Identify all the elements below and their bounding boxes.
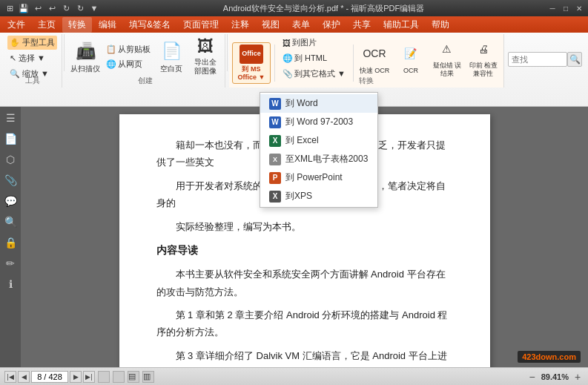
other-icon: 📎 bbox=[283, 69, 293, 79]
menu-convert[interactable]: 转换 bbox=[62, 17, 92, 33]
sep1 bbox=[64, 34, 65, 71]
print-compat-btn[interactable]: 🖨 印前 检查 兼容性 bbox=[466, 38, 501, 79]
sidebar-pen-icon[interactable]: ✏ bbox=[2, 255, 19, 272]
ocr-icon: 📝 bbox=[399, 42, 423, 65]
status-left: |◀ ◀ ▶ ▶| ▤ ▥ bbox=[4, 371, 154, 383]
menu-pages[interactable]: 页面管理 bbox=[177, 17, 225, 33]
more-btn[interactable]: ▼ bbox=[87, 1, 101, 15]
to-other-btn[interactable]: 📎 到其它格式 ▼ bbox=[279, 67, 349, 81]
excel-icon: X bbox=[269, 135, 281, 147]
sep2 bbox=[227, 34, 228, 71]
to-xml-item[interactable]: X 至XML电子表格2003 bbox=[260, 150, 377, 168]
sidebar-info-icon[interactable]: ℹ bbox=[2, 276, 19, 292]
hand-tool-btn[interactable]: ✋ 手型工具 bbox=[7, 36, 57, 50]
to-xml-label: 至XML电子表格2003 bbox=[285, 153, 368, 165]
ms-office-btn[interactable]: Office 到 MSOffice ▼ bbox=[232, 42, 271, 84]
ocr-doubt-btn[interactable]: ⚠ 疑似错 误结果 bbox=[430, 38, 464, 79]
to-picture-btn[interactable]: 🖼 到图片 bbox=[279, 36, 320, 50]
web-icon: 🌐 bbox=[106, 59, 116, 69]
xps-icon: X bbox=[269, 191, 281, 203]
menu-view[interactable]: 视图 bbox=[256, 17, 285, 33]
page-input[interactable] bbox=[31, 371, 68, 383]
doc-para-5: 第 1 章和第 2 章主要介绍 Android 分析环境的搭建与 Android… bbox=[156, 306, 453, 341]
zoom-out-btn[interactable]: − bbox=[526, 371, 538, 383]
redo-btn[interactable]: ↻ bbox=[59, 1, 73, 15]
sidebar-comment-icon[interactable]: 💬 bbox=[2, 193, 19, 209]
menu-protect[interactable]: 保护 bbox=[317, 17, 346, 33]
ocr-btn[interactable]: 📝 OCR bbox=[394, 38, 428, 79]
to-word97-item[interactable]: W 到 Word 97-2003 bbox=[260, 113, 377, 131]
minimize-btn[interactable]: ─ bbox=[546, 2, 558, 14]
menu-sign[interactable]: 填写&签名 bbox=[123, 17, 176, 33]
word97-icon: W bbox=[269, 116, 281, 128]
menu-edit[interactable]: 编辑 bbox=[93, 17, 122, 33]
zoom-in-btn[interactable]: + bbox=[572, 371, 584, 383]
title-bar: ⊞ 💾 ↩ ↩ ↻ ↻ ▼ Android软件安全与逆向分析.pdf * - 福… bbox=[0, 0, 588, 16]
fit-page-btn[interactable] bbox=[113, 371, 125, 383]
to-html-btn[interactable]: 🌐 到 HTML bbox=[279, 51, 331, 65]
to-excel-item[interactable]: X 到 Excel bbox=[260, 131, 377, 150]
to-ppt-label: 到 PowerPoint bbox=[285, 171, 343, 184]
to-word-item[interactable]: W 到 Word bbox=[260, 94, 377, 113]
single-page-btn[interactable]: ▤ bbox=[128, 371, 139, 383]
to-ppt-item[interactable]: P 到 PowerPoint bbox=[260, 168, 377, 187]
left-sidebar: ☰ 📄 ⬡ 📎 💬 🔍 🔒 ✏ ℹ bbox=[0, 107, 21, 367]
first-page-btn[interactable]: |◀ bbox=[4, 371, 16, 383]
sidebar-search-icon[interactable]: 🔍 bbox=[2, 214, 19, 230]
blank-page-btn[interactable]: 📄 空白页 bbox=[155, 36, 188, 77]
select-label: 选择 ▼ bbox=[19, 53, 45, 64]
two-page-btn[interactable]: ▥ bbox=[142, 371, 154, 383]
from-web-btn[interactable]: 🌐 从网页 bbox=[103, 57, 153, 71]
to-html-row: 🌐 到 HTML bbox=[279, 51, 349, 65]
ms-office-dropdown: W 到 Word W 到 Word 97-2003 X 到 Excel X 至X… bbox=[260, 92, 378, 208]
menu-file[interactable]: 文件 bbox=[1, 17, 31, 33]
status-bar: |◀ ◀ ▶ ▶| ▤ ▥ − 89.41% + bbox=[0, 367, 588, 385]
export-label: 导出全部图像 bbox=[194, 58, 217, 76]
status-right: − 89.41% + bbox=[526, 371, 584, 383]
picture-icon: 🖼 bbox=[283, 39, 291, 47]
menu-home[interactable]: 主页 bbox=[32, 17, 62, 33]
select-tool-btn[interactable]: ↖ 选择 ▼ bbox=[7, 51, 57, 65]
html-icon: 🌐 bbox=[283, 53, 293, 63]
last-page-btn[interactable]: ▶| bbox=[83, 371, 95, 383]
fit-width-btn[interactable] bbox=[98, 371, 110, 383]
create-group-content: 📠 从扫描仪 📋 从剪贴板 🌐 从网页 📄 空白页 bbox=[69, 36, 222, 77]
menu-share[interactable]: 共享 bbox=[347, 17, 377, 33]
redo2-btn[interactable]: ↻ bbox=[73, 1, 87, 15]
hand-icon: ✋ bbox=[10, 38, 20, 47]
save-btn[interactable]: 💾 bbox=[17, 1, 30, 15]
doc-para-4: 本书主要从软件安全和系统安全两个方面讲解 Android 平台存在的攻击与防范方… bbox=[156, 266, 453, 300]
sidebar-layers-icon[interactable]: ⬡ bbox=[2, 151, 19, 168]
scanner-label: 从扫描仪 bbox=[70, 65, 100, 73]
menu-tools[interactable]: 辅助工具 bbox=[377, 17, 425, 33]
next-page-btn[interactable]: ▶ bbox=[70, 371, 82, 383]
undo2-btn[interactable]: ↩ bbox=[45, 1, 59, 15]
to-xps-item[interactable]: X 到XPS bbox=[260, 187, 377, 205]
menu-help[interactable]: 帮助 bbox=[426, 17, 455, 33]
sidebar-attach-icon[interactable]: 📎 bbox=[2, 172, 19, 188]
quick-ocr-btn[interactable]: OCR 快速 OCR bbox=[357, 38, 392, 79]
close-btn[interactable]: ✕ bbox=[573, 2, 585, 14]
search-btn[interactable]: 🔍 bbox=[567, 52, 582, 67]
ocr-buttons: OCR 快速 OCR 📝 OCR ⚠ 疑似错 误结果 🖨 印前 检查 兼容性 bbox=[357, 38, 501, 79]
undo-btn[interactable]: ↩ bbox=[31, 1, 44, 15]
sidebar-page-icon[interactable]: 📄 bbox=[2, 131, 19, 147]
from-scanner-btn[interactable]: 📠 从扫描仪 bbox=[69, 36, 102, 77]
menu-comment[interactable]: 注释 bbox=[225, 17, 255, 33]
zoom-level: 89.41% bbox=[541, 372, 569, 381]
sidebar-lock-icon[interactable]: 🔒 bbox=[2, 234, 19, 251]
from-clipboard-btn[interactable]: 📋 从剪贴板 bbox=[103, 42, 153, 56]
maximize-btn[interactable]: □ bbox=[560, 2, 572, 14]
sep3 bbox=[274, 45, 275, 82]
create-group-label: 创建 bbox=[138, 76, 153, 86]
web-label: 从网页 bbox=[118, 59, 142, 70]
to-other-label: 到其它格式 ▼ bbox=[294, 68, 346, 79]
export-images-btn[interactable]: 🖼 导出全部图像 bbox=[189, 36, 222, 77]
search-input[interactable] bbox=[508, 52, 567, 67]
to-xps-label: 到XPS bbox=[285, 190, 312, 203]
app-menu-btn[interactable]: ⊞ bbox=[3, 1, 16, 15]
sidebar-bookmark-icon[interactable]: ☰ bbox=[2, 110, 19, 126]
quick-access: ⊞ 💾 ↩ ↩ ↻ ↻ ▼ bbox=[3, 1, 101, 15]
prev-page-btn[interactable]: ◀ bbox=[18, 371, 30, 383]
menu-form[interactable]: 表单 bbox=[286, 17, 316, 33]
